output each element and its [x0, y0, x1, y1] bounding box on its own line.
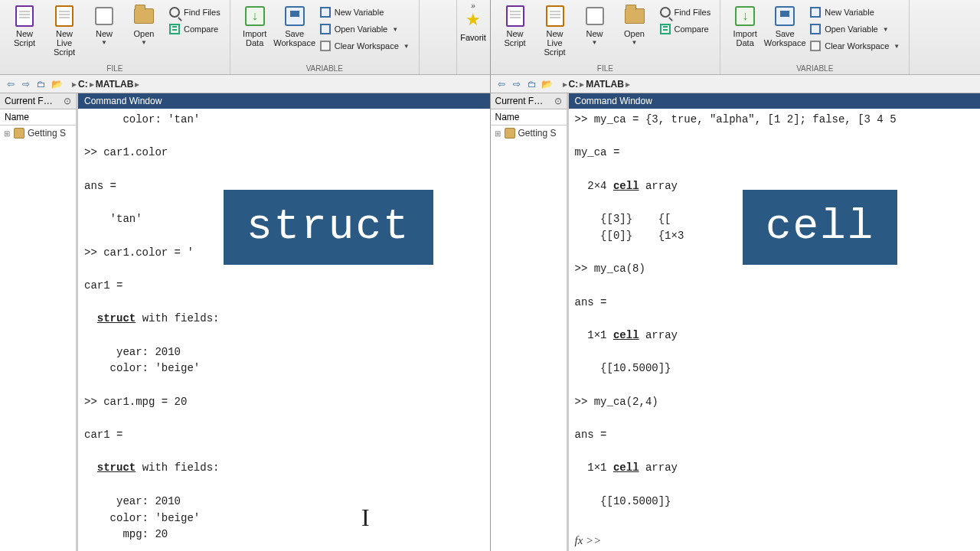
open-icon: [623, 5, 646, 28]
breadcrumb[interactable]: ▸ C: ▸ MATLAB ▸: [558, 79, 630, 90]
browse-button[interactable]: 📂: [49, 77, 64, 91]
current-folder-title: Current F…: [495, 96, 544, 106]
find-icon: [168, 6, 181, 18]
new-script-icon: [13, 5, 36, 28]
find-files-button[interactable]: Find Files: [165, 5, 224, 20]
favorites-button[interactable]: » ★ Favorit: [456, 0, 490, 74]
new-live-script-button[interactable]: New Live Script: [44, 2, 84, 60]
new-button[interactable]: New ▼: [575, 2, 615, 49]
variable-icon: [809, 6, 822, 18]
open-button[interactable]: Open ▼: [124, 2, 164, 49]
panel-actions-icon[interactable]: ⊙: [64, 96, 71, 106]
up-button[interactable]: 🗀: [524, 77, 540, 91]
import-icon: [243, 5, 266, 28]
import-data-button[interactable]: Import Data: [235, 2, 275, 51]
folder-icon: [505, 128, 515, 139]
current-folder-panel: Current F… ⊙ Name ⊞ Getting S: [0, 93, 78, 551]
open-variable-button[interactable]: Open Variable▼: [316, 21, 413, 37]
find-files-button[interactable]: Find Files: [656, 5, 714, 20]
current-folder-title: Current F…: [5, 96, 53, 106]
up-button[interactable]: 🗀: [34, 77, 49, 91]
current-folder-panel: Current F… ⊙ Name ⊞ Getting S: [491, 93, 569, 551]
chevron-right-icon: »: [471, 2, 475, 10]
command-window-title: Command Window: [78, 93, 490, 109]
star-icon: ★: [466, 10, 481, 30]
open-icon: [132, 5, 155, 28]
folder-item-label: Getting S: [28, 128, 66, 139]
folder-item[interactable]: ⊞ Getting S: [0, 127, 76, 139]
compare-icon: [659, 23, 671, 35]
toolstrip: New Script New Live Script New ▼ Open: [0, 0, 490, 75]
overlay-label-struct: struct: [224, 190, 433, 265]
variable-group: Import Data Save Workspace New Variable: [720, 0, 910, 74]
command-window-title: Command Window: [569, 93, 981, 109]
file-group: New Script New Live Script New ▼ Open: [491, 0, 721, 74]
folder-item-label: Getting S: [518, 128, 557, 139]
save-workspace-button[interactable]: Save Workspace: [275, 2, 315, 51]
new-variable-button[interactable]: New Variable: [316, 5, 413, 20]
new-live-script-icon: [544, 5, 567, 28]
new-variable-button[interactable]: New Variable: [806, 5, 903, 20]
new-live-script-icon: [53, 5, 76, 28]
text-cursor-icon: I: [361, 499, 370, 537]
compare-button[interactable]: Compare: [165, 21, 224, 37]
folder-icon: [14, 128, 24, 139]
variable-icon: [319, 23, 332, 35]
file-group-label: FILE: [495, 63, 716, 74]
command-window-panel: Command Window >> my_ca = {3, true, "alp…: [569, 93, 981, 551]
new-script-button[interactable]: New Script: [495, 2, 535, 51]
forward-button[interactable]: ⇨: [18, 77, 34, 91]
import-icon: [733, 5, 756, 28]
save-icon: [283, 5, 306, 28]
right-matlab-window: New Script New Live Script New ▼ Open: [491, 0, 981, 551]
clear-workspace-button[interactable]: Clear Workspace▼: [316, 38, 413, 54]
variable-group-label: VARIABLE: [725, 63, 904, 74]
variable-icon: [809, 23, 822, 35]
folder-item[interactable]: ⊞ Getting S: [491, 127, 567, 139]
variable-group-label: VARIABLE: [235, 63, 414, 74]
forward-button[interactable]: ⇨: [509, 77, 524, 91]
compare-icon: [168, 23, 181, 35]
variable-group: Import Data Save Workspace New Variable: [230, 0, 420, 74]
file-group-label: FILE: [5, 63, 225, 74]
name-column-header[interactable]: Name: [491, 109, 567, 126]
variable-icon: [319, 6, 332, 18]
new-script-button[interactable]: New Script: [5, 2, 44, 51]
caret-icon: ▼: [141, 39, 147, 46]
save-icon: [773, 5, 796, 28]
left-matlab-window: New Script New Live Script New ▼ Open: [0, 0, 491, 551]
new-script-icon: [504, 5, 527, 28]
clear-icon: [319, 40, 332, 52]
address-bar: ⇦ ⇨ 🗀 📂 ▸ C: ▸ MATLAB ▸: [0, 75, 490, 93]
expand-icon[interactable]: ⊞: [3, 129, 11, 138]
clear-workspace-button[interactable]: Clear Workspace▼: [806, 38, 903, 54]
new-live-script-button[interactable]: New Live Script: [535, 2, 575, 60]
new-button[interactable]: New ▼: [84, 2, 124, 49]
back-button[interactable]: ⇦: [494, 77, 509, 91]
new-icon: [93, 5, 116, 28]
breadcrumb[interactable]: ▸ C: ▸ MATLAB ▸: [67, 79, 139, 90]
fx-prompt[interactable]: fx >>: [569, 530, 608, 551]
clear-icon: [809, 40, 822, 52]
caret-icon: ▼: [592, 39, 598, 46]
address-bar: ⇦ ⇨ 🗀 📂 ▸ C: ▸ MATLAB ▸: [491, 75, 981, 93]
open-variable-button[interactable]: Open Variable▼: [806, 21, 903, 37]
overlay-label-cell: cell: [743, 190, 897, 265]
toolstrip: New Script New Live Script New ▼ Open: [491, 0, 981, 75]
new-icon: [583, 5, 606, 28]
command-window-panel: Command Window color: 'tan' >> car1.colo…: [78, 93, 490, 551]
name-column-header[interactable]: Name: [0, 109, 76, 126]
browse-button[interactable]: 📂: [540, 77, 555, 91]
import-data-button[interactable]: Import Data: [725, 2, 765, 51]
expand-icon[interactable]: ⊞: [494, 129, 501, 138]
file-group: New Script New Live Script New ▼ Open: [0, 0, 230, 74]
compare-button[interactable]: Compare: [656, 21, 714, 37]
caret-icon: ▼: [101, 39, 107, 46]
caret-icon: ▼: [632, 39, 638, 46]
open-button[interactable]: Open ▼: [615, 2, 655, 49]
command-window[interactable]: color: 'tan' >> car1.color ans = 'tan' >…: [78, 109, 490, 551]
command-window[interactable]: >> my_ca = {3, true, "alpha", [1 2]; fal…: [569, 109, 981, 551]
back-button[interactable]: ⇦: [3, 77, 18, 91]
panel-actions-icon[interactable]: ⊙: [554, 96, 562, 106]
save-workspace-button[interactable]: Save Workspace: [765, 2, 805, 51]
